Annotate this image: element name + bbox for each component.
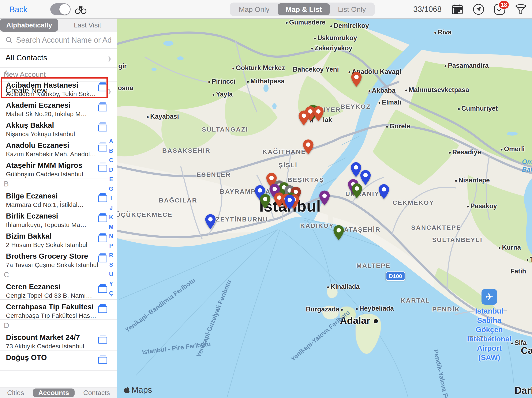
tab-last-visit[interactable]: Last Visit: [58, 19, 117, 32]
index-letter-a[interactable]: A: [109, 138, 113, 145]
map-pin-purple[interactable]: [318, 190, 331, 207]
index-letter-i[interactable]: I: [110, 195, 112, 202]
town-label-cumhuriyet: ● Cumhuriyet: [458, 105, 498, 112]
town-label-mithatpasa: ● Mithatpasa: [247, 77, 285, 85]
index-letter-b[interactable]: B: [109, 147, 113, 154]
account-address: 7a Tavası Çeşme Sokak Istanbul: [6, 261, 98, 269]
account-row-bizim-bakkal[interactable]: Bizim Bakkal2 Hüsam Bey Sokak Istanbul: [0, 229, 117, 249]
index-letter-c[interactable]: C: [109, 157, 113, 164]
index-letter-[interactable]: Ç: [109, 290, 113, 297]
map-pin-blue[interactable]: [204, 214, 217, 230]
segment-list-only[interactable]: List Only: [330, 3, 374, 15]
map-canvas[interactable]: IstanbulSARIYERBEYKOZSULTANGAZIBASAKSEHI…: [117, 19, 532, 398]
account-cards-icon[interactable]: [97, 142, 109, 153]
account-row-ata-ehir-mmm-migros[interactable]: Ataşehir MMM MigrosGülibrişim Caddesi Is…: [0, 158, 117, 178]
account-cards-icon[interactable]: [97, 334, 109, 345]
account-cards-icon[interactable]: [97, 253, 109, 263]
map-pin-green[interactable]: [332, 225, 345, 241]
back-button[interactable]: Back: [10, 5, 27, 14]
map-pin-blue[interactable]: [377, 184, 390, 200]
account-address: Nişanca Yokuşu Istanbul: [6, 130, 98, 138]
account-cards-icon[interactable]: [97, 82, 109, 93]
index-letter-g[interactable]: G: [109, 185, 113, 192]
binoculars-icon[interactable]: [74, 3, 87, 16]
town-label-pirincci: ● Pirincci: [208, 78, 235, 85]
account-row-ceren-eczanesi[interactable]: Ceren EczanesiCengiz Topel Cd 33 B, Namı…: [0, 280, 117, 300]
index-letter-n[interactable]: N: [109, 233, 113, 240]
account-cards-icon[interactable]: [97, 233, 109, 243]
app-window: Back Map OnlyMap & ListList Only 33/1068: [0, 0, 532, 398]
all-contacts-row[interactable]: All Contacts ›: [0, 49, 117, 68]
account-cards-icon[interactable]: [97, 193, 109, 203]
town-label-pasakoy: ● Pasakoy: [467, 202, 497, 210]
index-letter-s[interactable]: S: [109, 261, 113, 268]
locate-icon[interactable]: [472, 3, 485, 16]
account-row-discount-market-24-7[interactable]: Discount Market 24/773 Akbıyık Caddesi I…: [0, 330, 117, 350]
segment-map-list[interactable]: Map & List: [278, 3, 330, 15]
account-row-bilge-eczanesi[interactable]: Bilge EczanesiMarmara Cd No:1, İstiklal…: [0, 189, 117, 209]
map-pin-green[interactable]: [259, 193, 272, 210]
all-contacts-label: All Contacts: [6, 53, 47, 62]
map-pin-blue[interactable]: [283, 194, 296, 211]
bottom-tab-accounts[interactable]: Accounts: [33, 388, 75, 397]
index-letter-m[interactable]: M: [109, 223, 114, 230]
bottom-tab-cities[interactable]: Cities: [2, 388, 30, 397]
map-pin-red[interactable]: [350, 71, 363, 88]
map-list-toggle[interactable]: [50, 3, 70, 15]
index-letter-y[interactable]: Y: [109, 280, 113, 287]
airplane-icon: ✈: [481, 289, 497, 305]
map-pin-red[interactable]: [297, 110, 310, 127]
index-letter-e[interactable]: E: [109, 176, 113, 183]
account-row-akademi-eczanesi[interactable]: Akademi EczanesiMabet Sk No:20, İnkılap …: [0, 98, 117, 118]
water-label-omer-baraj: OmerBaraj: [522, 158, 532, 173]
search-input[interactable]: [16, 36, 111, 44]
section-header-c: C: [0, 269, 117, 280]
account-name: Doğuş OTO: [6, 353, 98, 362]
index-letter-u[interactable]: U: [109, 271, 113, 278]
account-row-anadolu-eczanesi[interactable]: Anadolu EczanesiKazım Karabekir Mah. Ana…: [0, 138, 117, 158]
airport-label-line: Airport (SAW): [467, 343, 512, 362]
account-cards-icon[interactable]: [97, 304, 109, 314]
district-label-zeyti-nburnu: ZEYTİNBURNU: [216, 216, 268, 223]
account-row-cerrahpasa-tip-fakultesi[interactable]: Cerrahpasa Tip FakultesiCerrahpaşa Tıp F…: [0, 300, 117, 320]
account-cards-icon[interactable]: [97, 284, 109, 294]
filter-icon[interactable]: [514, 3, 527, 16]
map-pin-red[interactable]: [312, 106, 325, 123]
map-pin-red[interactable]: [302, 139, 315, 155]
tab-alphabetically[interactable]: Alphabetically: [0, 19, 58, 32]
index-letter-r[interactable]: R: [109, 252, 113, 259]
town-label-te: ● Te: [526, 256, 532, 263]
account-cards-icon[interactable]: [97, 122, 109, 133]
account-address: Cengiz Topel Cd 33 B, Namı…: [6, 292, 98, 300]
account-name: Cerrahpasa Tip Fakultesi: [6, 302, 98, 312]
account-cards-icon[interactable]: [97, 102, 109, 112]
account-row-do-u-oto[interactable]: Doğuş OTO: [0, 350, 117, 371]
results-counter: 33/1068: [413, 5, 442, 14]
town-label-gir: gir: [118, 62, 127, 70]
district-label-esenler: ESENLER: [196, 171, 231, 178]
segment-map-only[interactable]: Map Only: [231, 3, 278, 15]
bottom-tab-contacts[interactable]: Contacts: [78, 388, 115, 397]
town-label-uskumrukoy: ● Uskumrukoy: [314, 34, 357, 42]
index-letter-p[interactable]: P: [109, 243, 113, 249]
index-letter-j[interactable]: J: [109, 204, 113, 211]
index-letter-d[interactable]: D: [109, 166, 113, 173]
map-pin-green[interactable]: [350, 183, 363, 199]
town-label-burgazada: Burgazada ●: [306, 305, 343, 313]
account-row-acibadem-hastanesi[interactable]: Acibadem HastanesiAcıbadem Kadıköy, Teki…: [0, 78, 117, 98]
check-approve-icon[interactable]: 18: [493, 3, 506, 16]
account-cards-icon[interactable]: [97, 354, 109, 365]
district-label-ata-ehi-r: ATAŞEHİR: [344, 226, 380, 233]
account-row-birlik-eczanesi[interactable]: Birlik EczanesiIhlamurkuyu, Tepeüstü Ma…: [0, 209, 117, 229]
town-label-mahmutsevketpasa: ● Mahmutsevketpasa: [405, 86, 469, 94]
district-label-ba-cilar: BAĞCILAR: [159, 197, 197, 204]
index-letter-k[interactable]: K: [109, 214, 113, 221]
account-cards-icon[interactable]: [97, 162, 109, 173]
account-row-akku-bakkal[interactable]: Akkuş BakkalNişanca Yokuşu Istanbul: [0, 118, 117, 138]
account-address: Ihlamurkuyu, Tepeüstü Ma…: [6, 221, 98, 229]
town-label-bahcekoy-yeni: Bahcekoy Yeni: [293, 66, 339, 73]
account-cards-icon[interactable]: [97, 213, 109, 223]
calendar-icon[interactable]: [451, 3, 464, 16]
account-row-brothers-grocery-store[interactable]: Brothers Grocery Store7a Tavası Çeşme So…: [0, 249, 117, 269]
account-address: Kazım Karabekir Mah. Anadol…: [6, 150, 98, 158]
